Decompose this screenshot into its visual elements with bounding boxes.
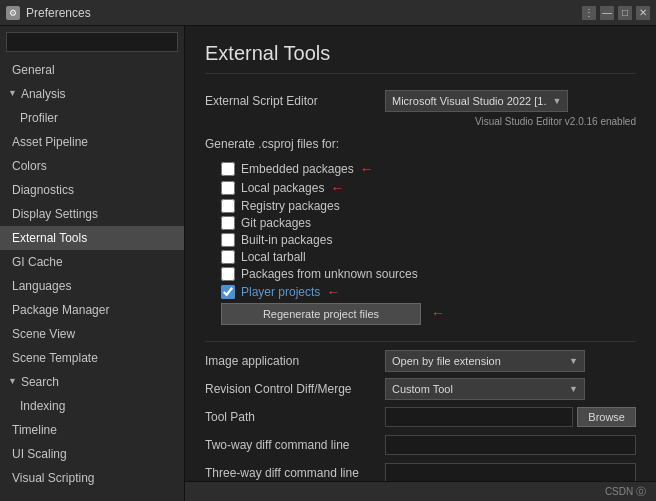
two-way-diff-label: Two-way diff command line <box>205 438 385 452</box>
checkbox-git-label: Git packages <box>241 216 311 230</box>
tool-path-input[interactable] <box>385 407 573 427</box>
revision-value: Custom Tool <box>392 383 453 395</box>
sidebar-item-general[interactable]: General <box>0 58 184 82</box>
red-arrow-icon-2: ← <box>330 180 344 196</box>
sidebar-label-search: Search <box>21 373 59 391</box>
checkbox-unknown-label: Packages from unknown sources <box>241 267 418 281</box>
maximize-button[interactable]: □ <box>618 6 632 20</box>
sidebar-item-indexing[interactable]: Indexing <box>0 394 184 418</box>
sidebar-item-asset-pipeline[interactable]: Asset Pipeline <box>0 130 184 154</box>
sidebar-item-scene-view[interactable]: Scene View <box>0 322 184 346</box>
arrow-icon-search: ▼ <box>8 375 17 389</box>
external-script-editor-label: External Script Editor <box>205 94 385 108</box>
sidebar-item-ui-scaling[interactable]: UI Scaling <box>0 442 184 466</box>
checkbox-git-packages[interactable] <box>221 216 235 230</box>
sidebar-item-external-tools[interactable]: External Tools <box>0 226 184 250</box>
editor-info: Visual Studio Editor v2.0.16 enabled <box>205 116 636 127</box>
checkbox-builtin: Built-in packages <box>205 233 636 247</box>
title-bar-left: ⚙ Preferences <box>6 6 91 20</box>
sidebar-item-analysis[interactable]: ▼ Analysis <box>0 82 184 106</box>
sidebar-item-languages[interactable]: Languages <box>0 274 184 298</box>
checkbox-local-packages[interactable] <box>221 181 235 195</box>
search-input[interactable] <box>6 32 178 52</box>
main-container: General ▼ Analysis Profiler Asset Pipeli… <box>0 26 656 501</box>
checkbox-local-tarball[interactable] <box>221 250 235 264</box>
sidebar-item-timeline[interactable]: Timeline <box>0 418 184 442</box>
checkbox-tarball-label: Local tarball <box>241 250 306 264</box>
title-bar-title: Preferences <box>26 6 91 20</box>
search-bar <box>0 32 184 58</box>
tool-path-label: Tool Path <box>205 410 385 424</box>
tool-path-row: Tool Path Browse <box>205 406 636 428</box>
revision-control-row: Revision Control Diff/Merge Custom Tool … <box>205 378 636 400</box>
browse-button[interactable]: Browse <box>577 407 636 427</box>
image-app-arrow-icon: ▼ <box>569 356 578 366</box>
sidebar-item-package-manager[interactable]: Package Manager <box>0 298 184 322</box>
red-arrow-icon-4: ← <box>431 305 445 321</box>
checkbox-registry-packages[interactable] <box>221 199 235 213</box>
bottom-bar: CSDN ⓪ <box>185 481 656 501</box>
external-script-editor-dropdown[interactable]: Microsoft Visual Studio 2022 [1. ▼ <box>385 90 568 112</box>
revision-control-dropdown[interactable]: Custom Tool ▼ <box>385 378 585 400</box>
minimize-button[interactable]: — <box>600 6 614 20</box>
checkbox-local: Local packages ← <box>205 180 636 196</box>
checkbox-builtin-packages[interactable] <box>221 233 235 247</box>
generate-label-row: Generate .csproj files for: <box>205 133 636 155</box>
title-bar-controls: ⋮ — □ ✕ <box>582 6 650 20</box>
generate-label: Generate .csproj files for: <box>205 137 385 151</box>
red-arrow-icon-3: ← <box>326 284 340 300</box>
checkbox-player-label: Player projects <box>241 285 320 299</box>
preferences-icon: ⚙ <box>6 6 20 20</box>
checkbox-unknown-sources[interactable] <box>221 267 235 281</box>
checkbox-embedded-label: Embedded packages <box>241 162 354 176</box>
content-title: External Tools <box>205 42 636 74</box>
sidebar-item-colors[interactable]: Colors <box>0 154 184 178</box>
bottom-bar-text: CSDN ⓪ <box>605 485 646 499</box>
title-bar: ⚙ Preferences ⋮ — □ ✕ <box>0 0 656 26</box>
revision-control-label: Revision Control Diff/Merge <box>205 382 385 396</box>
two-way-diff-row: Two-way diff command line <box>205 434 636 456</box>
external-script-editor-row: External Script Editor Microsoft Visual … <box>205 90 636 112</box>
sidebar-item-gi-cache[interactable]: GI Cache <box>0 250 184 274</box>
checkbox-player: Player projects ← <box>205 284 636 300</box>
checkbox-embedded-packages[interactable] <box>221 162 235 176</box>
three-way-diff-input[interactable] <box>385 463 636 483</box>
regen-row: Regenerate project files ← <box>205 303 636 333</box>
sidebar-item-search[interactable]: ▼ Search <box>0 370 184 394</box>
checkbox-git: Git packages <box>205 216 636 230</box>
sidebar-item-visual-scripting[interactable]: Visual Scripting <box>0 466 184 490</box>
dropdown-value: Microsoft Visual Studio 2022 [1. <box>392 95 547 107</box>
image-app-value: Open by file extension <box>392 355 501 367</box>
checkbox-builtin-label: Built-in packages <box>241 233 332 247</box>
menu-button[interactable]: ⋮ <box>582 6 596 20</box>
arrow-icon: ▼ <box>8 87 17 101</box>
checkbox-registry: Registry packages <box>205 199 636 213</box>
revision-arrow-icon: ▼ <box>569 384 578 394</box>
image-application-row: Image application Open by file extension… <box>205 350 636 372</box>
checkbox-tarball: Local tarball <box>205 250 636 264</box>
checkbox-local-label: Local packages <box>241 181 324 195</box>
sidebar-label-analysis: Analysis <box>21 85 66 103</box>
sidebar-item-profiler[interactable]: Profiler <box>0 106 184 130</box>
content-area: External Tools External Script Editor Mi… <box>185 26 656 501</box>
checkbox-player-projects[interactable] <box>221 285 235 299</box>
sidebar-item-scene-template[interactable]: Scene Template <box>0 346 184 370</box>
checkbox-registry-label: Registry packages <box>241 199 340 213</box>
sidebar-item-display-settings[interactable]: Display Settings <box>0 202 184 226</box>
three-way-diff-label: Three-way diff command line <box>205 466 385 480</box>
two-way-diff-input[interactable] <box>385 435 636 455</box>
checkbox-unknown: Packages from unknown sources <box>205 267 636 281</box>
sidebar-item-diagnostics[interactable]: Diagnostics <box>0 178 184 202</box>
sidebar: General ▼ Analysis Profiler Asset Pipeli… <box>0 26 185 501</box>
image-application-label: Image application <box>205 354 385 368</box>
dropdown-arrow-icon: ▼ <box>553 96 562 106</box>
divider-1 <box>205 341 636 342</box>
regenerate-button[interactable]: Regenerate project files <box>221 303 421 325</box>
checkbox-embedded: Embedded packages ← <box>205 161 636 177</box>
image-application-dropdown[interactable]: Open by file extension ▼ <box>385 350 585 372</box>
close-button[interactable]: ✕ <box>636 6 650 20</box>
red-arrow-icon-1: ← <box>360 161 374 177</box>
